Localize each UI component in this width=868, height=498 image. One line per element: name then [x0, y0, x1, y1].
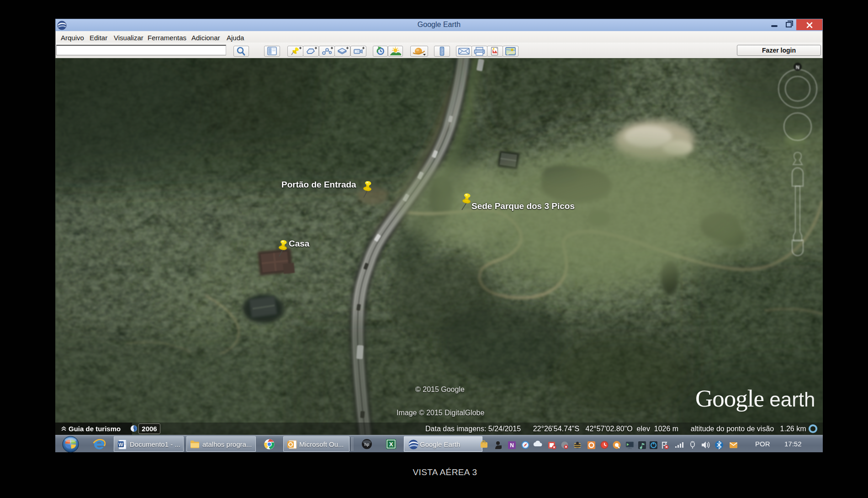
svg-text:W: W	[118, 442, 123, 447]
svg-text:X: X	[389, 441, 393, 448]
svg-text:N: N	[510, 442, 514, 449]
svg-text:N: N	[796, 64, 799, 70]
svg-text:hp: hp	[365, 442, 370, 447]
